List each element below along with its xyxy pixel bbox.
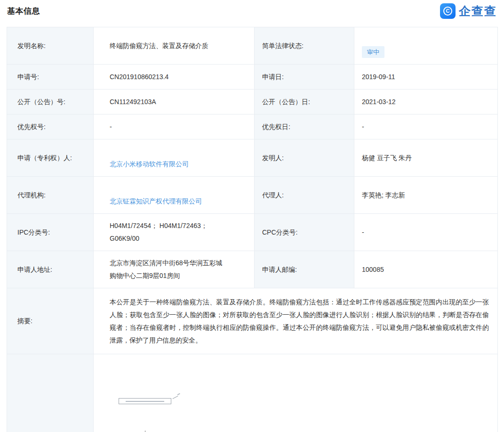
page-header: 基本信息 C 企查查 — [0, 0, 504, 27]
agency-company-link[interactable]: 北京钲霖知识产权代理有限公司 — [110, 197, 202, 205]
abstract-value: 本公开是关于一种终端防偷窥方法、装置及存储介质。终端防偷窥方法包括：通过全时工作… — [94, 288, 498, 354]
table-row: IPC分类号: H04M1/72454； H04M1/72463； G06K9/… — [7, 214, 498, 251]
priority-number-value: - — [94, 114, 255, 139]
table-row: 摘要附图: — [7, 354, 498, 432]
page-title: 基本信息 — [7, 6, 40, 16]
ipc-value: H04M1/72454； H04M1/72463； G06K9/00 — [94, 214, 255, 251]
agency-value: 北京钲霖知识产权代理有限公司 — [94, 177, 255, 214]
table-row: 摘要: 本公开是关于一种终端防偷窥方法、装置及存储介质。终端防偷窥方法包括：通过… — [7, 288, 498, 354]
table-row: 申请人地址: 北京市海淀区清河中街68号华润五彩城 购物中心二期9层01房间 申… — [7, 251, 498, 288]
abstract-figure-cell — [94, 354, 498, 432]
inventors-label: 发明人: — [255, 139, 354, 177]
agency-label: 代理机构: — [7, 177, 94, 214]
simple-legal-status-value: 审中 — [354, 27, 498, 65]
application-date-label: 申请日: — [255, 65, 354, 90]
table-row: 代理机构: 北京钲霖知识产权代理有限公司 代理人: 李英艳; 李志新 — [7, 177, 498, 214]
publication-number-value: CN112492103A — [94, 90, 255, 114]
publication-date-label: 公开（公告）日: — [255, 90, 354, 114]
table-row: 优先权号: - 优先权日: - — [7, 114, 498, 139]
table-row: 发明名称: 终端防偷窥方法、装置及存储介质 简单法律状态: 审中 — [7, 27, 498, 65]
figure-callout — [173, 396, 178, 399]
table-row: 申请（专利权）人: 北京小米移动软件有限公司 发明人: 杨健 豆子飞 朱丹 — [7, 139, 498, 177]
priority-date-label: 优先权日: — [255, 114, 354, 139]
invention-name-value: 终端防偷窥方法、装置及存储介质 — [94, 27, 255, 65]
priority-number-label: 优先权号: — [7, 114, 94, 139]
application-number-label: 申请号: — [7, 65, 94, 90]
abstract-label: 摘要: — [7, 288, 94, 354]
publication-date-value: 2021-03-12 — [354, 90, 498, 114]
application-date-value: 2019-09-11 — [354, 65, 498, 90]
application-number-value: CN201910860213.4 — [94, 65, 255, 90]
agents-value: 李英艳; 李志新 — [354, 177, 498, 214]
qichacha-logo-text: 企查查 — [459, 3, 497, 19]
agents-label: 代理人: — [255, 177, 354, 214]
inventors-value: 杨健 豆子飞 朱丹 — [354, 139, 498, 177]
cpc-value: - — [354, 214, 498, 251]
qichacha-logo-icon: C — [440, 3, 456, 19]
ipc-label: IPC分类号: — [7, 214, 94, 251]
abstract-figure-thumbnail[interactable] — [110, 373, 180, 432]
basic-info-table: 发明名称: 终端防偷窥方法、装置及存储介质 简单法律状态: 审中 申请号: CN… — [7, 27, 498, 432]
applicant-label: 申请（专利权）人: — [7, 139, 94, 177]
publication-number-label: 公开（公告）号: — [7, 90, 94, 114]
applicant-company-link[interactable]: 北京小米移动软件有限公司 — [110, 160, 189, 168]
applicant-value: 北京小米移动软件有限公司 — [94, 139, 255, 177]
table-row: 申请号: CN201910860213.4 申请日: 2019-09-11 — [7, 65, 498, 90]
applicant-zipcode-label: 申请人邮编: — [255, 251, 354, 288]
applicant-zipcode-value: 100085 — [354, 251, 498, 288]
qichacha-logo[interactable]: C 企查查 — [440, 3, 497, 19]
applicant-address-value: 北京市海淀区清河中街68号华润五彩城 购物中心二期9层01房间 — [94, 251, 255, 288]
priority-date-value: - — [354, 114, 498, 139]
table-row: 公开（公告）号: CN112492103A 公开（公告）日: 2021-03-1… — [7, 90, 498, 114]
simple-legal-status-label: 简单法律状态: — [255, 27, 354, 65]
cpc-label: CPC分类号: — [255, 214, 354, 251]
flowchart-box — [116, 385, 174, 417]
abstract-figure-label: 摘要附图: — [7, 354, 94, 432]
applicant-address-label: 申请人地址: — [7, 251, 94, 288]
invention-name-label: 发明名称: — [7, 27, 94, 65]
status-badge: 审中 — [362, 46, 384, 58]
